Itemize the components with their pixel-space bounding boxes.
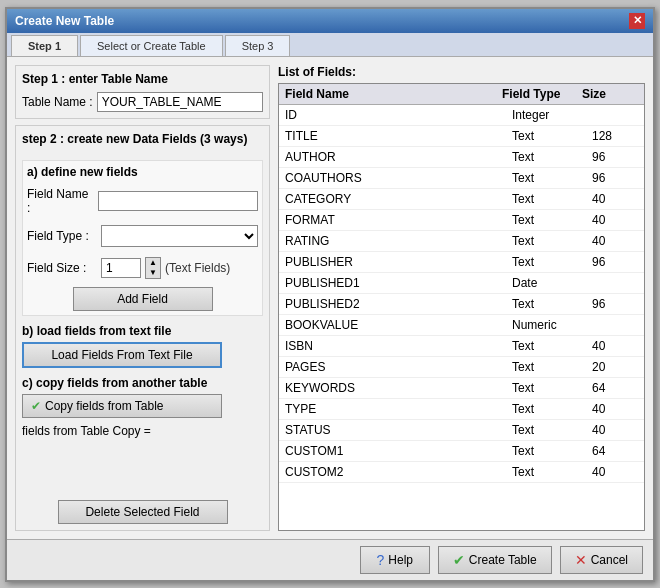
cell-size: 40 bbox=[590, 212, 640, 228]
cell-field-type: Text bbox=[510, 380, 590, 396]
table-row[interactable]: CUSTOM2 Text 40 bbox=[279, 462, 644, 483]
table-row[interactable]: BOOKVALUE Numeric bbox=[279, 315, 644, 336]
table-name-input[interactable] bbox=[97, 92, 263, 112]
help-icon: ? bbox=[377, 552, 385, 568]
cell-size: 40 bbox=[590, 401, 640, 417]
section-b: b) load fields from text file Load Field… bbox=[22, 324, 263, 368]
cell-field-type: Text bbox=[510, 443, 590, 459]
cell-field-type: Text bbox=[510, 296, 590, 312]
cell-field-type: Text bbox=[510, 254, 590, 270]
cancel-label: Cancel bbox=[591, 553, 628, 567]
section-c: c) copy fields from another table ✔ Copy… bbox=[22, 376, 263, 438]
spinner-up-button[interactable]: ▲ bbox=[146, 258, 160, 268]
cell-size: 40 bbox=[590, 422, 640, 438]
help-button[interactable]: ? Help bbox=[360, 546, 430, 574]
cell-field-name: CUSTOM1 bbox=[283, 443, 510, 459]
field-size-label: Field Size : bbox=[27, 261, 97, 275]
spinner-down-button[interactable]: ▼ bbox=[146, 268, 160, 278]
table-name-label: Table Name : bbox=[22, 95, 93, 109]
table-row[interactable]: TYPE Text 40 bbox=[279, 399, 644, 420]
field-name-label: Field Name : bbox=[27, 187, 94, 215]
cell-size bbox=[590, 317, 640, 333]
step1-section: Step 1 : enter Table Name Table Name : bbox=[15, 65, 270, 119]
cell-field-name: ISBN bbox=[283, 338, 510, 354]
cell-size: 20 bbox=[590, 359, 640, 375]
cell-field-type: Text bbox=[510, 212, 590, 228]
field-name-row: Field Name : bbox=[27, 187, 258, 215]
text-fields-label: (Text Fields) bbox=[165, 261, 230, 275]
table-row[interactable]: ISBN Text 40 bbox=[279, 336, 644, 357]
cell-field-type: Date bbox=[510, 275, 590, 291]
section-c-label: c) copy fields from another table bbox=[22, 376, 263, 390]
header-size: Size bbox=[578, 87, 628, 101]
table-row[interactable]: PUBLISHED1 Date bbox=[279, 273, 644, 294]
table-row[interactable]: COAUTHORS Text 96 bbox=[279, 168, 644, 189]
tab-step1[interactable]: Step 1 bbox=[11, 35, 78, 56]
cell-field-name: CATEGORY bbox=[283, 191, 510, 207]
tab-step2[interactable]: Select or Create Table bbox=[80, 35, 223, 56]
fields-table-body[interactable]: ID Integer TITLE Text 128 AUTHOR Text 96… bbox=[279, 105, 644, 530]
step-tabs: Step 1 Select or Create Table Step 3 bbox=[7, 33, 653, 57]
cancel-x-icon: ✕ bbox=[575, 552, 587, 568]
table-row[interactable]: CATEGORY Text 40 bbox=[279, 189, 644, 210]
cell-field-name: BOOKVALUE bbox=[283, 317, 510, 333]
delete-field-button[interactable]: Delete Selected Field bbox=[58, 500, 228, 524]
cell-size: 96 bbox=[590, 170, 640, 186]
table-row[interactable]: KEYWORDS Text 64 bbox=[279, 378, 644, 399]
cell-field-type: Text bbox=[510, 170, 590, 186]
cell-field-type: Text bbox=[510, 233, 590, 249]
cell-size: 96 bbox=[590, 149, 640, 165]
cell-field-name: RATING bbox=[283, 233, 510, 249]
title-bar: Create New Table ✕ bbox=[7, 9, 653, 33]
cell-field-type: Text bbox=[510, 149, 590, 165]
table-row[interactable]: PUBLISHED2 Text 96 bbox=[279, 294, 644, 315]
cell-field-type: Text bbox=[510, 464, 590, 480]
load-fields-button[interactable]: Load Fields From Text File bbox=[22, 342, 222, 368]
close-button[interactable]: ✕ bbox=[629, 13, 645, 29]
right-panel: List of Fields: Field Name Field Type Si… bbox=[278, 65, 645, 531]
cell-field-name: PUBLISHER bbox=[283, 254, 510, 270]
cell-size: 96 bbox=[590, 296, 640, 312]
field-type-select[interactable]: Text Integer Numeric Date bbox=[101, 225, 258, 247]
main-window: Create New Table ✕ Step 1 Select or Crea… bbox=[5, 7, 655, 582]
header-field-type: Field Type bbox=[498, 87, 578, 101]
section-a-label: a) define new fields bbox=[27, 165, 258, 179]
cell-field-name: FORMAT bbox=[283, 212, 510, 228]
content-area: Step 1 : enter Table Name Table Name : s… bbox=[7, 57, 653, 539]
add-field-button[interactable]: Add Field bbox=[73, 287, 213, 311]
tab-step3[interactable]: Step 3 bbox=[225, 35, 291, 56]
list-of-fields-label: List of Fields: bbox=[278, 65, 645, 79]
cell-size: 96 bbox=[590, 254, 640, 270]
table-row[interactable]: TITLE Text 128 bbox=[279, 126, 644, 147]
step2-label: step 2 : create new Data Fields (3 ways) bbox=[22, 132, 263, 146]
table-row[interactable]: STATUS Text 40 bbox=[279, 420, 644, 441]
create-table-button[interactable]: ✔ Create Table bbox=[438, 546, 552, 574]
cell-field-name: COAUTHORS bbox=[283, 170, 510, 186]
table-row[interactable]: CUSTOM1 Text 64 bbox=[279, 441, 644, 462]
table-row[interactable]: FORMAT Text 40 bbox=[279, 210, 644, 231]
create-check-icon: ✔ bbox=[453, 552, 465, 568]
cell-size bbox=[590, 107, 640, 123]
copy-fields-button[interactable]: ✔ Copy fields from Table bbox=[22, 394, 222, 418]
field-size-input[interactable] bbox=[101, 258, 141, 278]
field-type-label: Field Type : bbox=[27, 229, 97, 243]
cell-field-name: PUBLISHED2 bbox=[283, 296, 510, 312]
cell-field-name: PAGES bbox=[283, 359, 510, 375]
fields-from-label: fields from Table Copy = bbox=[22, 424, 263, 438]
cell-field-name: AUTHOR bbox=[283, 149, 510, 165]
cell-field-type: Text bbox=[510, 359, 590, 375]
table-row[interactable]: PUBLISHER Text 96 bbox=[279, 252, 644, 273]
table-row[interactable]: AUTHOR Text 96 bbox=[279, 147, 644, 168]
field-size-row: Field Size : ▲ ▼ (Text Fields) bbox=[27, 257, 258, 279]
table-row[interactable]: RATING Text 40 bbox=[279, 231, 644, 252]
cell-field-type: Text bbox=[510, 338, 590, 354]
cell-field-name: ID bbox=[283, 107, 510, 123]
field-name-input[interactable] bbox=[98, 191, 258, 211]
cancel-button[interactable]: ✕ Cancel bbox=[560, 546, 643, 574]
section-b-label: b) load fields from text file bbox=[22, 324, 263, 338]
copy-fields-label: Copy fields from Table bbox=[45, 399, 164, 413]
table-row[interactable]: ID Integer bbox=[279, 105, 644, 126]
table-row[interactable]: PAGES Text 20 bbox=[279, 357, 644, 378]
step1-label: Step 1 : enter Table Name bbox=[22, 72, 263, 86]
cell-size: 40 bbox=[590, 191, 640, 207]
